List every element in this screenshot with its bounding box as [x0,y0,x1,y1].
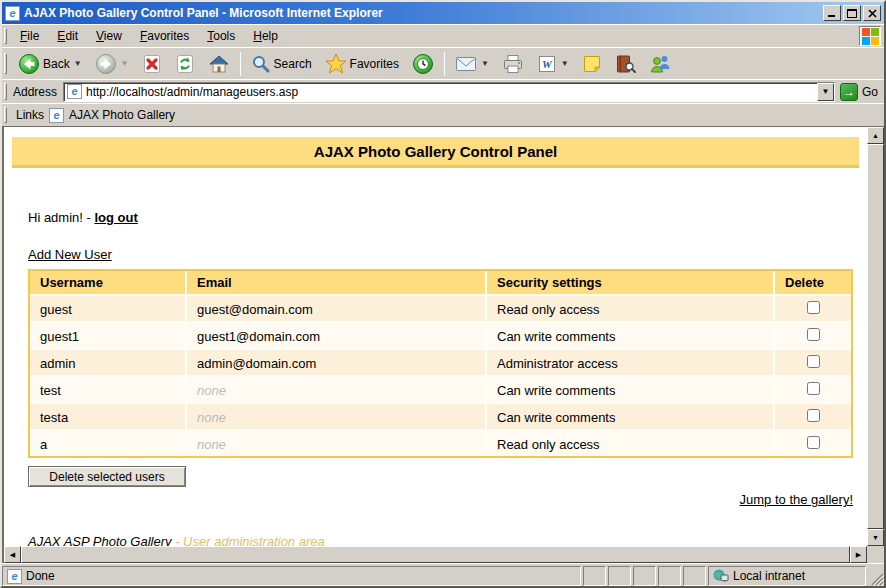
title-bar[interactable]: e AJAX Photo Gallery Control Panel - Mic… [2,2,884,24]
resize-grip[interactable] [868,566,884,586]
delete-checkbox[interactable] [807,301,820,314]
minimize-button[interactable] [823,5,841,21]
address-dropdown-button[interactable]: ▼ [817,83,834,101]
go-button[interactable]: → Go [835,83,884,101]
add-new-user-link[interactable]: Add New User [28,247,112,262]
home-button[interactable] [202,50,236,78]
greeting-text: Hi admin! - [28,210,94,225]
links-item-gallery[interactable]: AJAX Photo Gallery [69,108,175,122]
menu-file[interactable]: File [11,27,48,45]
cell-security: Can write comments [487,375,775,402]
status-panel [608,566,631,586]
delete-checkbox[interactable] [807,382,820,395]
refresh-button[interactable] [169,50,201,78]
links-ie-icon: e [49,108,64,123]
address-input[interactable] [86,84,813,100]
history-icon [412,53,434,75]
forward-icon [95,53,117,75]
cell-delete [775,429,851,456]
maximize-button[interactable] [843,5,861,21]
delete-checkbox[interactable] [807,328,820,341]
forward-dropdown-icon[interactable]: ▼ [121,59,129,68]
table-header-row: Username Email Security settings Delete [30,271,851,294]
search-button[interactable]: Search [245,50,318,78]
history-button[interactable] [406,50,440,78]
home-icon [208,54,230,74]
go-label: Go [862,85,878,99]
menu-edit[interactable]: Edit [48,27,87,45]
edit-word-icon: W [537,54,557,74]
links-label: Links [16,108,44,122]
greeting: Hi admin! - log out [28,210,853,225]
menu-bar: File Edit View Favorites Tools Help [2,24,884,47]
address-grip[interactable] [4,83,7,99]
horizontal-scrollbar[interactable]: ◀ ▶ [4,546,867,563]
cell-email: none [187,402,487,429]
delete-checkbox[interactable] [807,355,820,368]
cell-username: test [30,375,187,402]
user-table-body: guestguest@domain.comRead only accessgue… [30,294,851,456]
address-label: Address [11,85,63,99]
edit-button[interactable]: W ▼ [531,50,575,78]
cell-username: guest1 [30,321,187,348]
footer-gallery-link[interactable]: AJAX ASP Photo Gallery [28,534,172,546]
menu-favorites[interactable]: Favorites [131,27,198,45]
cell-email: guest1@domain.com [187,321,487,348]
cell-security: Can write comments [487,321,775,348]
toolbar-grip[interactable] [4,53,7,75]
scroll-left-button[interactable]: ◀ [4,546,21,563]
research-icon [615,54,636,74]
window-title: AJAX Photo Gallery Control Panel - Micro… [24,6,819,20]
favorites-icon [325,53,347,74]
favorites-button[interactable]: Favorites [319,50,405,78]
scroll-down-button[interactable]: ▼ [867,529,884,546]
stop-icon [142,54,162,74]
back-icon [18,53,40,75]
status-panel [633,566,656,586]
stop-button[interactable] [136,50,168,78]
logout-link[interactable]: log out [94,210,137,225]
scroll-right-button[interactable]: ▶ [850,546,867,563]
menu-help[interactable]: Help [244,27,287,45]
status-panel [583,566,606,586]
forward-button[interactable]: ▼ [89,50,135,78]
cell-security: Read only access [487,294,775,321]
delete-checkbox[interactable] [807,409,820,422]
page-content: AJAX Photo Gallery Control Panel Hi admi… [4,127,867,546]
vertical-scroll-thumb[interactable] [867,144,884,529]
discuss-icon [582,54,602,74]
mail-dropdown-icon[interactable]: ▼ [481,59,489,68]
menu-view[interactable]: View [87,27,131,45]
menu-tools[interactable]: Tools [198,27,244,45]
back-button[interactable]: Back ▼ [12,50,88,78]
cell-security: Can write comments [487,402,775,429]
back-dropdown-icon[interactable]: ▼ [74,59,82,68]
close-button[interactable] [863,5,881,21]
links-grip[interactable] [4,107,7,122]
discuss-button[interactable] [576,50,608,78]
footer-area-label: - User administration area [175,534,325,546]
horizontal-scroll-thumb[interactable] [21,546,850,563]
table-row: testanoneCan write comments [30,402,851,429]
horizontal-scrollbar-row: ◀ ▶ [2,546,884,563]
print-button[interactable] [496,50,530,78]
edit-dropdown-icon[interactable]: ▼ [561,59,569,68]
status-panel-main: e Done [2,566,581,586]
delete-selected-users-button[interactable]: Delete selected users [28,466,186,487]
research-button[interactable] [609,50,642,78]
cell-username: guest [30,294,187,321]
messenger-button[interactable] [643,50,679,78]
vertical-scrollbar[interactable]: ▲ ▼ [867,127,884,546]
search-icon [251,54,271,74]
delete-checkbox[interactable] [807,436,820,449]
cell-security: Read only access [487,429,775,456]
mail-button[interactable]: ▼ [449,50,495,78]
menu-grip[interactable] [4,28,7,43]
cell-delete [775,402,851,429]
jump-to-gallery-link[interactable]: Jump to the gallery! [740,492,853,507]
print-icon [502,54,524,74]
links-bar: Links e AJAX Photo Gallery [2,103,884,126]
scroll-up-button[interactable]: ▲ [867,127,884,144]
messenger-icon [649,54,673,74]
window-controls [823,5,881,21]
